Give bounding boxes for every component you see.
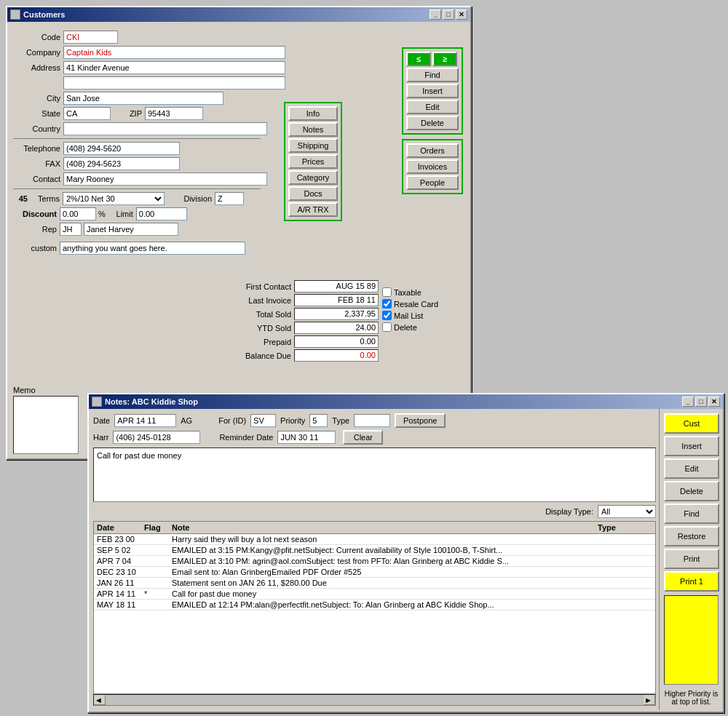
display-type-label: Display Type: — [545, 507, 593, 516]
company-input[interactable] — [63, 46, 285, 59]
fax-label: FAX — [13, 159, 60, 168]
scroll-left-btn[interactable]: ◄ — [94, 695, 106, 705]
orders-button[interactable]: Orders — [406, 143, 459, 158]
code-label: Code — [13, 33, 60, 41]
print1-button[interactable]: Print 1 — [664, 571, 719, 592]
notes-type-input[interactable] — [354, 414, 390, 427]
telephone-input[interactable] — [63, 142, 180, 155]
address-input[interactable] — [63, 61, 285, 74]
docs-button[interactable]: Docs — [288, 186, 338, 201]
delete-checkbox[interactable] — [382, 322, 392, 332]
invoices-button[interactable]: Invoices — [406, 159, 459, 174]
notes-reminder-label: Reminder Date — [219, 433, 273, 442]
custom-input[interactable] — [60, 242, 245, 255]
notes-right-panel: Cust Insert Edit Delete Find Restore Pri… — [659, 409, 723, 710]
country-label: Country — [13, 124, 60, 133]
discount-input[interactable] — [60, 207, 96, 220]
table-row[interactable]: DEC 23 10 Email sent to: Alan GrinbergEm… — [94, 567, 655, 578]
notes-table-header: Date Flag Note Type — [93, 521, 656, 533]
contact-input[interactable] — [63, 172, 267, 186]
people-button[interactable]: People — [406, 175, 459, 190]
notes-close-button[interactable]: ✕ — [708, 397, 720, 407]
state-input[interactable] — [63, 107, 111, 120]
category-button[interactable]: Category — [288, 170, 338, 185]
notes-maximize-button[interactable]: □ — [695, 397, 707, 407]
notes-delete-button[interactable]: Delete — [664, 481, 719, 501]
table-row[interactable]: APR 14 11 * Call for past due money — [94, 589, 655, 600]
first-contact-label: First Contact — [233, 282, 291, 291]
fax-input[interactable] — [63, 157, 180, 170]
customer-id: 45 — [13, 194, 28, 203]
code-input[interactable] — [63, 31, 118, 44]
restore-button[interactable]: Restore — [664, 526, 719, 546]
table-row[interactable]: APR 7 04 EMAILED at 3:10 PM: agrin@aol.c… — [94, 556, 655, 567]
notes-date-label: Date — [93, 416, 110, 425]
notes-insert-button[interactable]: Insert — [664, 436, 719, 456]
mail-list-checkbox[interactable] — [382, 311, 392, 320]
insert-button[interactable]: Insert — [406, 84, 459, 98]
resale-checkbox[interactable] — [382, 299, 392, 309]
first-contact-value: AUG 15 89 — [294, 280, 379, 293]
taxable-checkbox[interactable] — [382, 287, 392, 297]
address-label: Address — [13, 63, 60, 72]
division-input[interactable] — [215, 192, 244, 205]
info-button[interactable]: Info — [288, 106, 338, 121]
limit-input[interactable] — [136, 207, 187, 220]
notes-reminder-input[interactable] — [277, 431, 336, 444]
resale-label: Resale Card — [394, 300, 438, 309]
notes-date-input[interactable] — [114, 414, 176, 427]
memo-label: Memo — [13, 386, 79, 394]
maximize-button[interactable]: □ — [443, 9, 454, 20]
taxable-label: Taxable — [394, 288, 422, 297]
table-row[interactable]: JAN 26 11 Statement sent on JAN 26 11, $… — [94, 578, 655, 589]
company-label: Company — [13, 48, 60, 57]
rep-name-input[interactable] — [84, 223, 178, 236]
notes-phone-input[interactable] — [113, 431, 200, 444]
postpone-button[interactable]: Postpone — [395, 413, 446, 428]
notes-minimize-button[interactable]: _ — [682, 397, 694, 407]
prepaid-value: 0.00 — [294, 335, 379, 348]
customers-window: Customers _ □ ✕ Code Company Address — [6, 6, 472, 460]
ar-trx-button[interactable]: A/R TRX — [288, 202, 338, 217]
zip-input[interactable] — [145, 107, 203, 120]
address2-input[interactable] — [63, 76, 285, 90]
prepaid-label: Prepaid — [233, 338, 291, 346]
find-button[interactable]: Find — [406, 68, 459, 82]
edit-button[interactable]: Edit — [406, 100, 459, 114]
cust-button[interactable]: Cust — [664, 413, 719, 434]
notes-edit-button[interactable]: Edit — [664, 458, 719, 479]
prev-button[interactable]: ≤ — [406, 52, 431, 66]
notes-priority-input[interactable] — [309, 414, 328, 427]
clear-button[interactable]: Clear — [343, 430, 383, 445]
close-button[interactable]: ✕ — [456, 9, 467, 20]
country-input[interactable] — [63, 122, 267, 135]
city-input[interactable] — [63, 92, 223, 105]
notes-ag-value: AG — [181, 416, 192, 425]
ytd-sold-label: YTD Sold — [233, 324, 291, 333]
col-date: Date — [97, 523, 144, 532]
terms-select[interactable]: 2%/10 Net 30 — [63, 192, 165, 205]
rep-label: Rep — [13, 225, 57, 234]
total-sold-label: Total Sold — [233, 310, 291, 319]
minimize-button[interactable]: _ — [430, 9, 441, 20]
memo-textarea[interactable] — [13, 396, 79, 454]
delete-button[interactable]: Delete — [406, 116, 459, 130]
table-row[interactable]: FEB 23 00 Harry said they will buy a lot… — [94, 534, 655, 545]
notes-button[interactable]: Notes — [288, 122, 338, 137]
customers-title-text: Customers — [23, 10, 65, 19]
display-type-select[interactable]: All — [598, 505, 656, 518]
state-label: State — [13, 109, 60, 118]
horizontal-scrollbar[interactable]: ◄ ► — [93, 694, 656, 706]
scroll-right-btn[interactable]: ► — [644, 695, 655, 705]
notes-for-id-input[interactable] — [250, 414, 276, 427]
notes-find-button[interactable]: Find — [664, 504, 719, 524]
col-type: Type — [598, 523, 652, 532]
next-button[interactable]: ≥ — [432, 52, 457, 66]
table-row[interactable]: SEP 5 02 EMAILED at 3:15 PM:Kangy@pfit.n… — [94, 545, 655, 556]
rep-id-input[interactable] — [60, 223, 82, 236]
print-button[interactable]: Print — [664, 549, 719, 569]
prices-button[interactable]: Prices — [288, 154, 338, 169]
info-button-group: Info Notes Shipping Prices Category Docs… — [284, 102, 342, 221]
shipping-button[interactable]: Shipping — [288, 138, 338, 153]
table-row[interactable]: MAY 18 11 EMAILED at 12:14 PM:alan@perfe… — [94, 600, 655, 610]
